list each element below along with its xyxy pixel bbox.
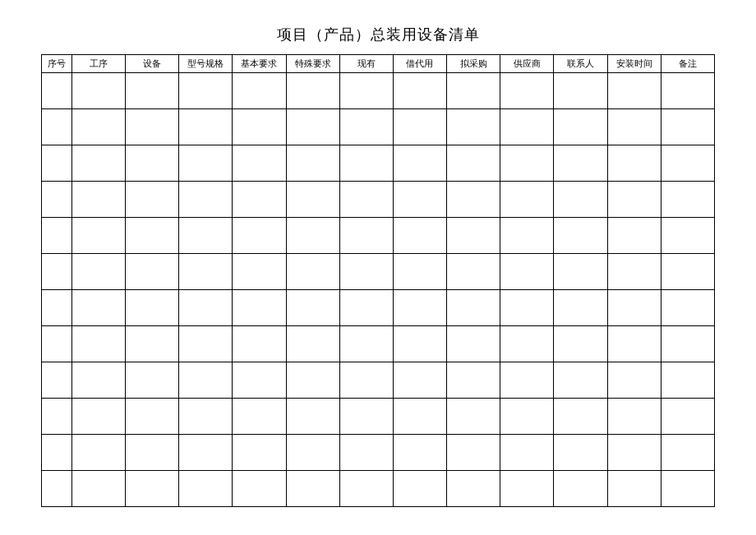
- table-cell: [126, 109, 179, 145]
- table-cell: [286, 362, 339, 399]
- table-cell: [607, 362, 661, 399]
- table-cell: [393, 182, 446, 218]
- table-row: [42, 109, 715, 145]
- table-cell: [447, 399, 500, 435]
- table-cell: [42, 435, 72, 471]
- table-cell: [71, 399, 125, 435]
- table-row: [42, 362, 715, 399]
- table-cell: [500, 471, 554, 507]
- table-cell: [126, 73, 179, 109]
- table-cell: [71, 109, 125, 145]
- table-cell: [554, 73, 607, 109]
- table-cell: [42, 109, 72, 145]
- table-cell: [42, 399, 72, 435]
- table-cell: [661, 399, 714, 435]
- table-cell: [179, 182, 233, 218]
- header-existing: 现有: [339, 55, 393, 73]
- header-contact: 联系人: [554, 55, 607, 73]
- table-cell: [286, 73, 339, 109]
- table-cell: [393, 435, 446, 471]
- table-row: [42, 326, 715, 362]
- table-cell: [554, 362, 607, 399]
- table-cell: [42, 145, 72, 182]
- table-cell: [661, 73, 714, 109]
- table-cell: [661, 362, 714, 399]
- table-cell: [71, 435, 125, 471]
- table-cell: [71, 145, 125, 182]
- table-cell: [42, 326, 72, 362]
- table-cell: [500, 362, 554, 399]
- table-cell: [447, 435, 500, 471]
- table-cell: [447, 145, 500, 182]
- table-cell: [661, 218, 714, 254]
- table-cell: [42, 362, 72, 399]
- table-cell: [447, 218, 500, 254]
- equipment-table: 序号 工序 设备 型号规格 基本要求 特殊要求 现有 借代用 拟采购 供应商 联…: [41, 54, 715, 507]
- table-cell: [179, 109, 233, 145]
- table-cell: [339, 362, 393, 399]
- table-cell: [607, 290, 661, 326]
- table-cell: [179, 399, 233, 435]
- table-cell: [607, 109, 661, 145]
- table-cell: [71, 254, 125, 290]
- table-cell: [500, 182, 554, 218]
- table-cell: [126, 362, 179, 399]
- table-cell: [286, 435, 339, 471]
- table-row: [42, 218, 715, 254]
- header-borrow: 借代用: [393, 55, 446, 73]
- table-cell: [607, 218, 661, 254]
- table-cell: [447, 182, 500, 218]
- table-cell: [179, 471, 233, 507]
- table-cell: [554, 326, 607, 362]
- table-cell: [339, 145, 393, 182]
- table-cell: [233, 218, 286, 254]
- header-model: 型号规格: [179, 55, 233, 73]
- table-cell: [71, 73, 125, 109]
- table-row: [42, 73, 715, 109]
- table-cell: [339, 290, 393, 326]
- table-cell: [607, 182, 661, 218]
- table-cell: [661, 109, 714, 145]
- table-cell: [661, 326, 714, 362]
- table-cell: [126, 182, 179, 218]
- table-cell: [71, 290, 125, 326]
- table-cell: [71, 362, 125, 399]
- table-cell: [233, 326, 286, 362]
- table-cell: [286, 254, 339, 290]
- table-cell: [339, 435, 393, 471]
- table-cell: [286, 290, 339, 326]
- table-cell: [393, 145, 446, 182]
- header-process: 工序: [71, 55, 125, 73]
- table-cell: [179, 73, 233, 109]
- table-cell: [339, 182, 393, 218]
- table-cell: [393, 109, 446, 145]
- table-cell: [554, 290, 607, 326]
- table-cell: [607, 254, 661, 290]
- table-row: [42, 290, 715, 326]
- table-cell: [42, 290, 72, 326]
- table-cell: [500, 145, 554, 182]
- table-cell: [554, 254, 607, 290]
- table-cell: [339, 254, 393, 290]
- header-basic-req: 基本要求: [233, 55, 286, 73]
- table-row: [42, 145, 715, 182]
- table-cell: [233, 145, 286, 182]
- table-cell: [661, 254, 714, 290]
- table-row: [42, 435, 715, 471]
- header-seq: 序号: [42, 55, 72, 73]
- table-cell: [393, 326, 446, 362]
- table-cell: [286, 326, 339, 362]
- table-cell: [42, 182, 72, 218]
- table-cell: [233, 290, 286, 326]
- table-cell: [661, 471, 714, 507]
- table-cell: [42, 254, 72, 290]
- table-cell: [126, 218, 179, 254]
- table-cell: [500, 218, 554, 254]
- table-cell: [179, 326, 233, 362]
- table-cell: [339, 326, 393, 362]
- header-purchase: 拟采购: [447, 55, 500, 73]
- table-cell: [447, 471, 500, 507]
- table-cell: [71, 326, 125, 362]
- table-cell: [71, 182, 125, 218]
- header-special-req: 特殊要求: [286, 55, 339, 73]
